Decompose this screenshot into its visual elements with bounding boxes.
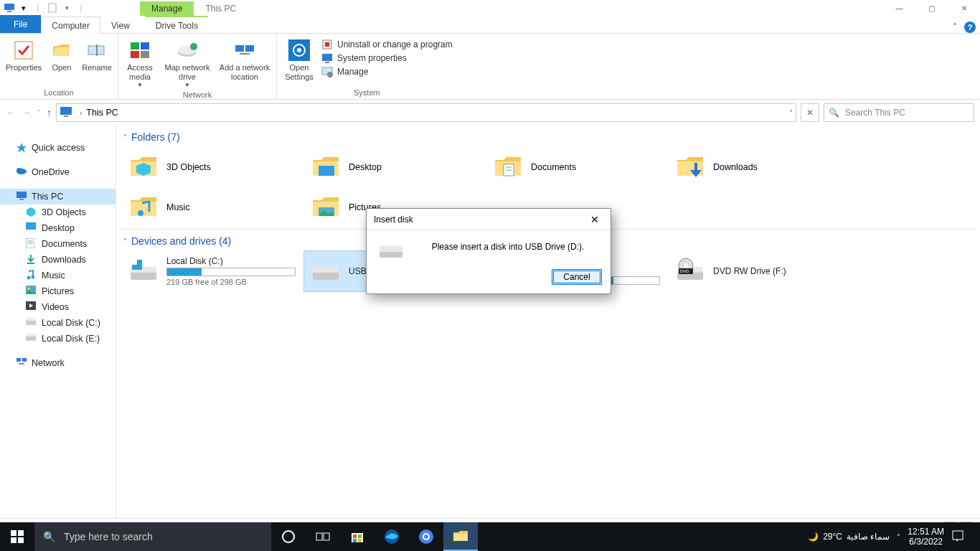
drive-free-text: 219 GB free of 298 GB xyxy=(166,278,296,286)
refresh-button[interactable]: ✕ xyxy=(801,103,819,122)
chrome-icon[interactable] xyxy=(409,522,443,551)
drive-dvd-f[interactable]: DVD DVD RW Drive (F:) xyxy=(669,251,851,291)
nav-desktop[interactable]: Desktop xyxy=(0,220,116,236)
svg-rect-82 xyxy=(353,539,357,542)
address-bar[interactable]: › This PC ˅ xyxy=(56,103,796,122)
address-dropdown-icon[interactable]: ˅ xyxy=(789,109,793,117)
folder-desktop[interactable]: Desktop xyxy=(304,147,486,187)
nav-local-disk-e[interactable]: Local Disk (E:) xyxy=(0,331,116,347)
task-view-icon[interactable] xyxy=(306,522,340,551)
svg-rect-8 xyxy=(131,51,139,58)
cancel-button[interactable]: Cancel xyxy=(552,269,602,285)
system-properties-icon xyxy=(321,52,333,64)
qat-dropdown-icon[interactable]: ▾ xyxy=(17,1,30,14)
settings-gear-icon xyxy=(288,39,311,62)
tray-overflow-icon[interactable]: ˄ xyxy=(897,533,900,541)
svg-point-18 xyxy=(297,48,301,52)
clock[interactable]: 12:51 AM 6/3/2022 xyxy=(908,527,944,547)
tab-drive-tools[interactable]: Drive Tools xyxy=(145,16,209,34)
help-icon[interactable]: ? xyxy=(964,22,976,33)
search-input[interactable]: 🔍 Search This PC xyxy=(824,103,974,122)
folders-section-header[interactable]: ˅ Folders (7) xyxy=(122,128,974,147)
uninstall-program-button[interactable]: Uninstall or change a program xyxy=(321,39,453,50)
nav-network[interactable]: Network xyxy=(0,355,116,371)
ribbon-collapse-icon[interactable]: ˄ xyxy=(953,22,957,32)
open-settings-button[interactable]: Open Settings xyxy=(281,37,317,82)
rename-button[interactable]: Rename xyxy=(80,37,113,72)
maximize-button[interactable]: ▢ xyxy=(915,0,948,16)
manage-button[interactable]: Manage xyxy=(321,66,453,77)
svg-rect-22 xyxy=(325,62,329,63)
svg-point-12 xyxy=(190,43,197,50)
tab-file[interactable]: File xyxy=(0,15,41,33)
file-explorer-icon[interactable] xyxy=(443,522,478,551)
svg-marker-32 xyxy=(27,207,35,217)
store-icon[interactable] xyxy=(340,522,374,551)
desktop-icon xyxy=(26,222,37,234)
start-button[interactable] xyxy=(0,522,34,551)
capacity-bar xyxy=(603,276,660,285)
forward-button[interactable]: → xyxy=(22,107,32,118)
weather-widget[interactable]: 🌙 29°C سماء صافية xyxy=(808,532,890,542)
nav-quick-access[interactable]: Quick access xyxy=(0,140,116,156)
drive-label: Local Disk (C:) xyxy=(166,256,296,266)
main-area: Quick access OneDrive This PC 3D Objects… xyxy=(0,126,980,518)
svg-rect-14 xyxy=(245,45,254,52)
chevron-down-icon: ˅ xyxy=(123,237,127,245)
nav-documents[interactable]: Documents xyxy=(0,236,116,252)
svg-rect-1 xyxy=(7,11,11,12)
breadcrumb-this-pc[interactable]: This PC xyxy=(86,108,118,118)
dialog-title-bar[interactable]: Insert disk ✕ xyxy=(367,209,611,230)
svg-rect-46 xyxy=(26,336,36,341)
properties-button[interactable]: Properties xyxy=(4,37,43,72)
open-button[interactable]: Open xyxy=(47,37,76,72)
notifications-icon[interactable] xyxy=(951,529,964,545)
up-button[interactable]: ↑ xyxy=(47,107,52,118)
tab-computer[interactable]: Computer xyxy=(41,17,100,34)
ribbon: Properties Open Rename Location Access m… xyxy=(0,34,980,100)
svg-rect-73 xyxy=(18,530,24,536)
taskbar: 🔍 Type here to search 🌙 29°C سماء صافية … xyxy=(0,522,980,551)
chevron-right-icon[interactable]: › xyxy=(80,109,82,117)
contextual-tab-manage[interactable]: Manage xyxy=(140,1,194,16)
qat-overflow-icon[interactable]: ▾ xyxy=(60,1,73,14)
edge-icon[interactable] xyxy=(374,522,409,551)
system-properties-button[interactable]: System properties xyxy=(321,52,453,64)
search-icon: 🔍 xyxy=(829,108,839,118)
svg-point-67 xyxy=(684,263,688,268)
insert-disk-dialog: Insert disk ✕ Please insert a disk into … xyxy=(366,208,611,294)
dialog-close-button[interactable]: ✕ xyxy=(585,212,605,227)
nav-downloads[interactable]: Downloads xyxy=(0,252,116,268)
nav-music[interactable]: Music xyxy=(0,268,116,283)
folder-3d-objects[interactable]: 3D Objects xyxy=(122,147,304,187)
back-button[interactable]: ← xyxy=(6,107,16,118)
nav-local-disk-c[interactable]: Local Disk (C:) xyxy=(0,315,116,331)
tab-view[interactable]: View xyxy=(100,17,141,34)
nav-this-pc[interactable]: This PC xyxy=(0,189,116,204)
folder-documents[interactable]: Documents xyxy=(486,147,669,187)
svg-rect-7 xyxy=(141,42,149,50)
open-settings-label: Open Settings xyxy=(281,63,317,82)
close-button[interactable]: ✕ xyxy=(948,0,980,16)
nav-onedrive[interactable]: OneDrive xyxy=(0,164,116,180)
dvd-drive-icon: DVD xyxy=(676,257,705,286)
nav-pictures[interactable]: Pictures xyxy=(0,283,116,299)
access-media-button[interactable]: Access media ▼ xyxy=(123,37,157,89)
drive-icon xyxy=(26,317,37,329)
map-network-drive-button[interactable]: Map network drive ▼ xyxy=(161,37,213,89)
taskbar-search[interactable]: 🔍 Type here to search xyxy=(34,522,271,551)
cortana-circle-icon[interactable] xyxy=(271,522,306,551)
folder-downloads[interactable]: Downloads xyxy=(669,147,851,187)
folder-music[interactable]: Music xyxy=(122,187,304,227)
nav-3d-objects[interactable]: 3D Objects xyxy=(0,204,116,220)
add-network-location-button[interactable]: Add a network location xyxy=(217,37,272,82)
pc-icon xyxy=(3,1,16,14)
videos-icon xyxy=(26,301,37,313)
nav-videos[interactable]: Videos xyxy=(0,299,116,315)
drive-local-c[interactable]: Local Disk (C:) 219 GB free of 298 GB xyxy=(122,251,304,291)
minimize-button[interactable]: — xyxy=(883,0,915,16)
window-title: This PC xyxy=(194,1,248,16)
navigation-pane: Quick access OneDrive This PC 3D Objects… xyxy=(0,126,116,518)
recent-dropdown-icon[interactable]: ˅ xyxy=(37,109,41,116)
document-icon[interactable] xyxy=(46,1,59,14)
